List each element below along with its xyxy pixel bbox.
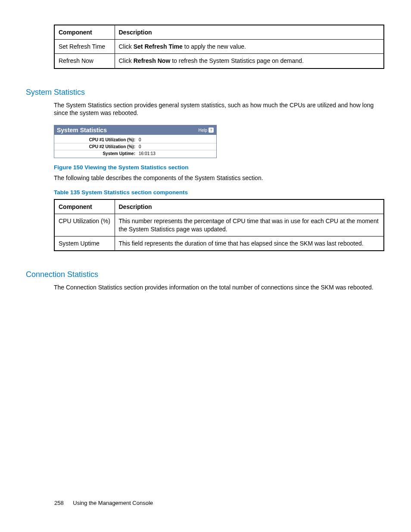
figure-caption: Figure 150 Viewing the System Statistics… bbox=[54, 164, 384, 171]
chapter-title: Using the Management Console bbox=[73, 500, 153, 506]
system-statistics-heading: System Statistics bbox=[26, 88, 384, 97]
widget-row: CPU #1 Utilization (%): 0 bbox=[54, 137, 216, 143]
table-row: System Uptime This field represents the … bbox=[54, 236, 384, 251]
cell-component: System Uptime bbox=[54, 236, 115, 251]
cell-component: CPU Utilization (%) bbox=[54, 214, 115, 236]
widget-label: CPU #2 Utilization (%): bbox=[57, 144, 139, 149]
table-row: Set Refresh Time Click Set Refresh Time … bbox=[54, 40, 384, 54]
cell-description: This number represents the percentage of… bbox=[115, 214, 384, 236]
col-component: Component bbox=[54, 199, 115, 214]
connection-statistics-intro: The Connection Statistics section provid… bbox=[54, 283, 384, 292]
col-description: Description bbox=[115, 25, 384, 40]
table-intro: The following table describes the compon… bbox=[54, 174, 384, 182]
system-statistics-components-table: Component Description CPU Utilization (%… bbox=[54, 199, 384, 251]
widget-label: System Uptime: bbox=[57, 151, 139, 156]
page-footer: 258 Using the Management Console bbox=[54, 500, 153, 506]
table-row: Refresh Now Click Refresh Now to refresh… bbox=[54, 54, 384, 68]
refresh-components-table: Component Description Set Refresh Time C… bbox=[54, 25, 384, 69]
widget-title: System Statistics bbox=[57, 127, 107, 134]
cell-component: Refresh Now bbox=[54, 54, 115, 68]
cell-description: This field represents the duration of ti… bbox=[115, 236, 384, 251]
col-component: Component bbox=[54, 25, 115, 40]
widget-label: CPU #1 Utilization (%): bbox=[57, 137, 139, 142]
cell-component: Set Refresh Time bbox=[54, 40, 115, 54]
widget-row: CPU #2 Utilization (%): 0 bbox=[54, 143, 216, 150]
cell-description: Click Refresh Now to refresh the System … bbox=[115, 54, 384, 68]
page-number: 258 bbox=[54, 500, 64, 506]
system-statistics-widget: System Statistics Help ? CPU #1 Utilizat… bbox=[54, 125, 217, 158]
table-caption: Table 135 System Statistics section comp… bbox=[54, 189, 384, 196]
table-header-row: Component Description bbox=[54, 199, 384, 214]
widget-value: 0 bbox=[139, 137, 141, 142]
table-header-row: Component Description bbox=[54, 25, 384, 40]
widget-value: 16:01:13 bbox=[139, 151, 156, 156]
cell-description: Click Set Refresh Time to apply the new … bbox=[115, 40, 384, 54]
help-link[interactable]: Help ? bbox=[198, 128, 214, 133]
widget-header: System Statistics Help ? bbox=[54, 125, 216, 135]
widget-row: System Uptime: 16:01:13 bbox=[54, 150, 216, 157]
connection-statistics-heading: Connection Statistics bbox=[26, 270, 384, 279]
help-icon: ? bbox=[209, 128, 214, 133]
widget-value: 0 bbox=[139, 144, 141, 149]
system-statistics-intro: The System Statistics section provides g… bbox=[54, 101, 384, 118]
col-description: Description bbox=[115, 199, 384, 214]
widget-body: CPU #1 Utilization (%): 0 CPU #2 Utiliza… bbox=[54, 135, 216, 158]
table-row: CPU Utilization (%) This number represen… bbox=[54, 214, 384, 236]
